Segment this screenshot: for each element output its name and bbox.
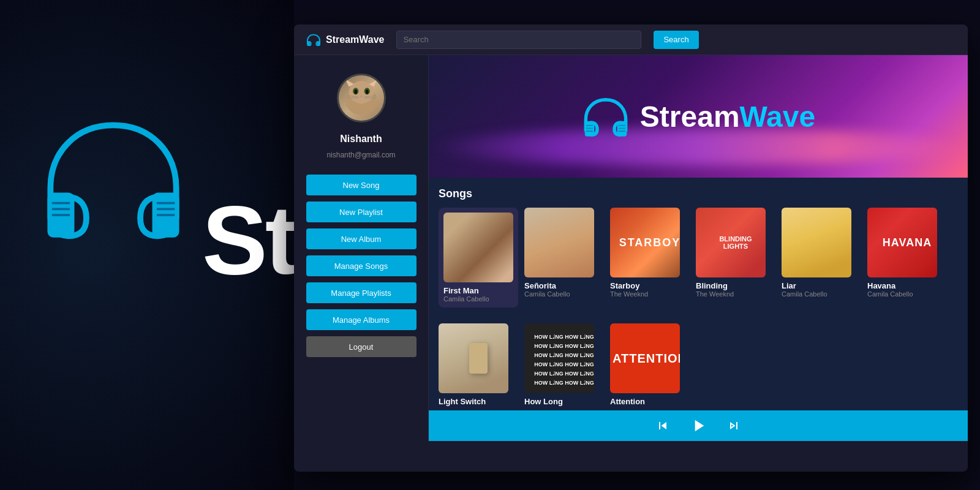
- hero-text-cyan: Wave: [740, 100, 816, 133]
- song-artist: The Weeknd: [696, 290, 775, 298]
- song-artist: Camila Cabello: [782, 290, 861, 298]
- song-artist: The Weeknd: [610, 290, 690, 298]
- next-icon: [726, 418, 741, 433]
- svg-text:HOW L♩NG HOW L♩NG: HOW L♩NG HOW L♩NG: [534, 352, 594, 358]
- svg-point-19: [365, 89, 368, 94]
- new-playlist-button[interactable]: New Playlist: [306, 202, 417, 222]
- app-body: Nishanth nishanth@gmail.com New Song New…: [294, 55, 968, 441]
- prev-button[interactable]: [655, 418, 670, 433]
- songs-section-title: Songs: [439, 187, 958, 200]
- app-header: StreamWave Search: [294, 24, 968, 55]
- list-item[interactable]: Liar Camila Cabello: [782, 208, 861, 307]
- play-icon: [688, 416, 708, 435]
- list-item[interactable]: First Man Camila Cabello: [439, 208, 518, 307]
- hero-headphones-icon: [581, 95, 630, 138]
- svg-text:HOW L♩NG HOW L♩NG: HOW L♩NG HOW L♩NG: [534, 343, 594, 349]
- app-window: StreamWave Search: [294, 24, 968, 472]
- manage-albums-button[interactable]: Manage Albums: [306, 309, 417, 330]
- song-title: Señorita: [524, 281, 604, 290]
- search-button[interactable]: Search: [654, 31, 698, 49]
- song-title: How Long: [524, 397, 604, 406]
- list-item[interactable]: HAVANA Havana Camila Cabello: [867, 208, 947, 307]
- song-title: First Man: [443, 286, 513, 295]
- main-content: StreamWave Songs First Man Camila Cabell…: [429, 55, 968, 441]
- play-button[interactable]: [688, 416, 708, 435]
- header-logo: StreamWave: [306, 32, 384, 47]
- svg-text:HOW L♩NG HOW L♩NG: HOW L♩NG HOW L♩NG: [534, 371, 594, 377]
- song-artist: Camila Cabello: [524, 290, 604, 298]
- background-left: [0, 0, 294, 490]
- hero-logo-text: StreamWave: [640, 100, 815, 134]
- svg-point-18: [354, 89, 357, 94]
- song-artist: Camila Cabello: [443, 295, 513, 303]
- song-artist: Camila Cabello: [867, 290, 947, 298]
- avatar-image: [339, 75, 384, 121]
- header-headphones-icon: [306, 32, 321, 47]
- search-bar-container: [396, 31, 641, 49]
- list-item[interactable]: Light Switch: [439, 323, 518, 406]
- avatar: [337, 74, 386, 123]
- song-title: Attention: [610, 397, 690, 406]
- svg-text:HOW L♩NG HOW L♩NG: HOW L♩NG HOW L♩NG: [534, 334, 594, 340]
- svg-rect-9: [317, 41, 320, 46]
- header-app-name: StreamWave: [326, 34, 384, 45]
- new-song-button[interactable]: New Song: [306, 175, 417, 195]
- song-cover: [443, 213, 513, 282]
- new-album-button[interactable]: New Album: [306, 228, 417, 249]
- hero-text-white: Stream: [640, 100, 740, 133]
- list-item[interactable]: Señorita Camila Cabello: [524, 208, 604, 307]
- song-cover: [524, 208, 594, 277]
- user-name: Nishanth: [340, 134, 382, 145]
- prev-icon: [655, 418, 670, 433]
- songs-grid: First Man Camila Cabello Señorita Camila…: [439, 208, 958, 307]
- hero-logo: StreamWave: [581, 95, 815, 138]
- logout-button[interactable]: Logout: [306, 336, 417, 357]
- song-title: Starboy: [610, 281, 690, 290]
- manage-songs-button[interactable]: Manage Songs: [306, 255, 417, 276]
- song-title: Liar: [782, 281, 861, 290]
- list-item[interactable]: HOW L♩NG HOW L♩NG HOW L♩NG HOW L♩NG HOW …: [524, 323, 604, 406]
- user-email: nishanth@gmail.com: [326, 151, 395, 159]
- manage-playlists-button[interactable]: Manage Playlists: [306, 282, 417, 303]
- list-item[interactable]: STARBOY Starboy The Weeknd: [610, 208, 690, 307]
- song-cover: HAVANA: [867, 208, 937, 277]
- songs-row2: Light Switch HOW L♩NG HOW L♩NG HOW L♩NG …: [429, 323, 968, 406]
- sidebar: Nishanth nishanth@gmail.com New Song New…: [294, 55, 429, 441]
- svg-text:HOW L♩NG HOW L♩NG: HOW L♩NG HOW L♩NG: [534, 380, 594, 386]
- hero-banner: StreamWave: [429, 55, 968, 178]
- song-cover: HOW L♩NG HOW L♩NG HOW L♩NG HOW L♩NG HOW …: [524, 323, 594, 393]
- song-cover: [439, 323, 508, 393]
- song-title: Blinding: [696, 281, 775, 290]
- player-bar: [429, 410, 968, 441]
- next-button[interactable]: [726, 418, 741, 433]
- song-title: Light Switch: [439, 397, 518, 406]
- songs-section: Songs First Man Camila Cabello: [429, 178, 968, 317]
- svg-text:HOW L♩NG HOW L♩NG: HOW L♩NG HOW L♩NG: [534, 361, 594, 368]
- song-cover: BLINDINGLIGHTS: [696, 208, 766, 277]
- song-cover: STARBOY: [610, 208, 680, 277]
- song-title: Havana: [867, 281, 947, 290]
- svg-rect-8: [307, 41, 310, 46]
- list-item[interactable]: ATTENTION Attention: [610, 323, 690, 406]
- list-item[interactable]: BLINDINGLIGHTS Blinding The Weeknd: [696, 208, 775, 307]
- song-cover: ATTENTION: [610, 323, 680, 393]
- search-input[interactable]: [403, 35, 635, 44]
- song-cover: [782, 208, 851, 277]
